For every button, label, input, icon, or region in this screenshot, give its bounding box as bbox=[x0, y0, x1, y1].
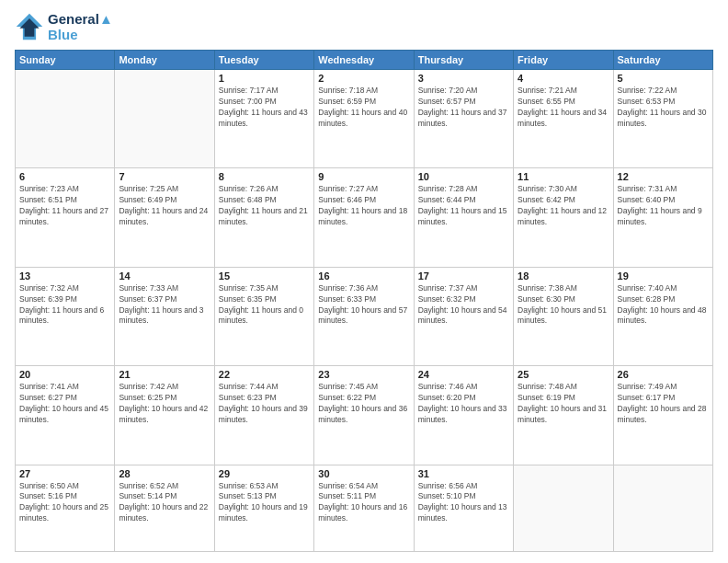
day-detail: Sunrise: 7:26 AMSunset: 6:48 PMDaylight:… bbox=[219, 184, 310, 228]
calendar-day-cell: 5Sunrise: 7:22 AMSunset: 6:53 PMDaylight… bbox=[613, 70, 712, 168]
calendar-day-cell bbox=[613, 465, 712, 551]
day-detail: Sunrise: 7:41 AMSunset: 6:27 PMDaylight:… bbox=[19, 382, 110, 426]
calendar-weekday-header: Wednesday bbox=[314, 51, 414, 70]
calendar-table: SundayMondayTuesdayWednesdayThursdayFrid… bbox=[15, 50, 713, 552]
header: General▲ Blue bbox=[15, 11, 713, 42]
day-detail: Sunrise: 7:21 AMSunset: 6:55 PMDaylight:… bbox=[518, 86, 609, 130]
calendar-week-row: 20Sunrise: 7:41 AMSunset: 6:27 PMDayligh… bbox=[16, 366, 713, 465]
calendar-day-cell: 22Sunrise: 7:44 AMSunset: 6:23 PMDayligh… bbox=[214, 366, 313, 465]
calendar-day-cell: 28Sunrise: 6:52 AMSunset: 5:14 PMDayligh… bbox=[115, 465, 214, 551]
day-number: 11 bbox=[518, 171, 609, 182]
calendar-weekday-header: Monday bbox=[115, 51, 214, 70]
calendar-day-cell: 26Sunrise: 7:49 AMSunset: 6:17 PMDayligh… bbox=[613, 366, 712, 465]
day-detail: Sunrise: 7:23 AMSunset: 6:51 PMDaylight:… bbox=[19, 184, 110, 228]
day-number: 8 bbox=[219, 171, 310, 182]
calendar-day-cell: 10Sunrise: 7:28 AMSunset: 6:44 PMDayligh… bbox=[414, 168, 513, 267]
day-number: 15 bbox=[219, 270, 310, 282]
calendar-day-cell: 16Sunrise: 7:36 AMSunset: 6:33 PMDayligh… bbox=[314, 267, 414, 365]
calendar-day-cell: 3Sunrise: 7:20 AMSunset: 6:57 PMDaylight… bbox=[414, 70, 513, 168]
calendar-day-cell: 4Sunrise: 7:21 AMSunset: 6:55 PMDaylight… bbox=[514, 70, 613, 168]
calendar-week-row: 1Sunrise: 7:17 AMSunset: 7:00 PMDaylight… bbox=[16, 70, 713, 168]
logo: General▲ Blue bbox=[15, 11, 113, 42]
calendar-week-row: 13Sunrise: 7:32 AMSunset: 6:39 PMDayligh… bbox=[16, 267, 713, 365]
day-detail: Sunrise: 7:49 AMSunset: 6:17 PMDaylight:… bbox=[618, 382, 709, 426]
calendar-day-cell: 9Sunrise: 7:27 AMSunset: 6:46 PMDaylight… bbox=[314, 168, 414, 267]
day-number: 26 bbox=[618, 369, 709, 380]
day-number: 22 bbox=[219, 369, 310, 380]
calendar-week-row: 27Sunrise: 6:50 AMSunset: 5:16 PMDayligh… bbox=[16, 465, 713, 551]
calendar-day-cell: 17Sunrise: 7:37 AMSunset: 6:32 PMDayligh… bbox=[414, 267, 513, 365]
calendar-weekday-header: Sunday bbox=[16, 51, 115, 70]
day-detail: Sunrise: 7:42 AMSunset: 6:25 PMDaylight:… bbox=[119, 382, 210, 426]
calendar-day-cell: 1Sunrise: 7:17 AMSunset: 7:00 PMDaylight… bbox=[214, 70, 313, 168]
day-number: 12 bbox=[618, 171, 709, 182]
day-detail: Sunrise: 7:32 AMSunset: 6:39 PMDaylight:… bbox=[19, 283, 110, 327]
day-number: 23 bbox=[318, 369, 409, 380]
day-number: 19 bbox=[618, 270, 709, 282]
day-detail: Sunrise: 7:25 AMSunset: 6:49 PMDaylight:… bbox=[119, 184, 210, 228]
calendar-day-cell: 18Sunrise: 7:38 AMSunset: 6:30 PMDayligh… bbox=[514, 267, 613, 365]
calendar-weekday-header: Thursday bbox=[414, 51, 513, 70]
day-number: 10 bbox=[418, 171, 509, 182]
calendar-weekday-header: Friday bbox=[514, 51, 613, 70]
day-detail: Sunrise: 7:33 AMSunset: 6:37 PMDaylight:… bbox=[119, 283, 210, 327]
day-number: 17 bbox=[418, 270, 509, 282]
day-number: 13 bbox=[19, 270, 110, 282]
calendar-day-cell bbox=[514, 465, 613, 551]
day-detail: Sunrise: 7:22 AMSunset: 6:53 PMDaylight:… bbox=[618, 86, 709, 130]
logo-icon bbox=[15, 12, 44, 41]
page: General▲ Blue SundayMondayTuesdayWednesd… bbox=[0, 0, 728, 563]
day-number: 25 bbox=[518, 369, 609, 380]
day-detail: Sunrise: 7:30 AMSunset: 6:42 PMDaylight:… bbox=[518, 184, 609, 228]
calendar-day-cell: 24Sunrise: 7:46 AMSunset: 6:20 PMDayligh… bbox=[414, 366, 513, 465]
calendar-weekday-header: Tuesday bbox=[214, 51, 313, 70]
day-number: 31 bbox=[418, 468, 509, 479]
calendar-day-cell: 19Sunrise: 7:40 AMSunset: 6:28 PMDayligh… bbox=[613, 267, 712, 365]
day-number: 7 bbox=[119, 171, 210, 182]
day-detail: Sunrise: 6:50 AMSunset: 5:16 PMDaylight:… bbox=[19, 481, 110, 525]
day-number: 16 bbox=[318, 270, 409, 282]
day-detail: Sunrise: 7:28 AMSunset: 6:44 PMDaylight:… bbox=[418, 184, 509, 228]
day-number: 4 bbox=[518, 73, 609, 84]
calendar-day-cell: 8Sunrise: 7:26 AMSunset: 6:48 PMDaylight… bbox=[214, 168, 313, 267]
day-detail: Sunrise: 6:52 AMSunset: 5:14 PMDaylight:… bbox=[119, 481, 210, 525]
calendar-day-cell: 23Sunrise: 7:45 AMSunset: 6:22 PMDayligh… bbox=[314, 366, 414, 465]
day-detail: Sunrise: 7:44 AMSunset: 6:23 PMDaylight:… bbox=[219, 382, 310, 426]
day-detail: Sunrise: 7:46 AMSunset: 6:20 PMDaylight:… bbox=[418, 382, 509, 426]
calendar-day-cell: 2Sunrise: 7:18 AMSunset: 6:59 PMDaylight… bbox=[314, 70, 414, 168]
day-number: 28 bbox=[119, 468, 210, 479]
day-number: 9 bbox=[318, 171, 409, 182]
day-detail: Sunrise: 7:17 AMSunset: 7:00 PMDaylight:… bbox=[219, 86, 310, 130]
calendar-weekday-header: Saturday bbox=[613, 51, 712, 70]
day-detail: Sunrise: 7:36 AMSunset: 6:33 PMDaylight:… bbox=[318, 283, 409, 327]
day-detail: Sunrise: 7:38 AMSunset: 6:30 PMDaylight:… bbox=[518, 283, 609, 327]
day-number: 21 bbox=[119, 369, 210, 380]
day-detail: Sunrise: 7:27 AMSunset: 6:46 PMDaylight:… bbox=[318, 184, 409, 228]
day-number: 24 bbox=[418, 369, 509, 380]
day-number: 27 bbox=[19, 468, 110, 479]
calendar-header-row: SundayMondayTuesdayWednesdayThursdayFrid… bbox=[16, 51, 713, 70]
day-number: 6 bbox=[19, 171, 110, 182]
day-number: 1 bbox=[219, 73, 310, 84]
calendar-day-cell: 29Sunrise: 6:53 AMSunset: 5:13 PMDayligh… bbox=[214, 465, 313, 551]
calendar-day-cell: 15Sunrise: 7:35 AMSunset: 6:35 PMDayligh… bbox=[214, 267, 313, 365]
day-detail: Sunrise: 7:40 AMSunset: 6:28 PMDaylight:… bbox=[618, 283, 709, 327]
day-number: 14 bbox=[119, 270, 210, 282]
day-number: 18 bbox=[518, 270, 609, 282]
day-detail: Sunrise: 7:48 AMSunset: 6:19 PMDaylight:… bbox=[518, 382, 609, 426]
day-detail: Sunrise: 7:20 AMSunset: 6:57 PMDaylight:… bbox=[418, 86, 509, 130]
calendar-day-cell bbox=[115, 70, 214, 168]
day-number: 3 bbox=[418, 73, 509, 84]
calendar-day-cell: 13Sunrise: 7:32 AMSunset: 6:39 PMDayligh… bbox=[16, 267, 115, 365]
day-detail: Sunrise: 7:18 AMSunset: 6:59 PMDaylight:… bbox=[318, 86, 409, 130]
day-detail: Sunrise: 7:37 AMSunset: 6:32 PMDaylight:… bbox=[418, 283, 509, 327]
calendar-day-cell: 12Sunrise: 7:31 AMSunset: 6:40 PMDayligh… bbox=[613, 168, 712, 267]
day-number: 2 bbox=[318, 73, 409, 84]
calendar-day-cell: 11Sunrise: 7:30 AMSunset: 6:42 PMDayligh… bbox=[514, 168, 613, 267]
calendar-day-cell: 7Sunrise: 7:25 AMSunset: 6:49 PMDaylight… bbox=[115, 168, 214, 267]
day-number: 30 bbox=[318, 468, 409, 479]
day-detail: Sunrise: 6:54 AMSunset: 5:11 PMDaylight:… bbox=[318, 481, 409, 525]
logo-text: General▲ Blue bbox=[48, 11, 113, 42]
day-detail: Sunrise: 7:35 AMSunset: 6:35 PMDaylight:… bbox=[219, 283, 310, 327]
day-detail: Sunrise: 7:31 AMSunset: 6:40 PMDaylight:… bbox=[618, 184, 709, 228]
